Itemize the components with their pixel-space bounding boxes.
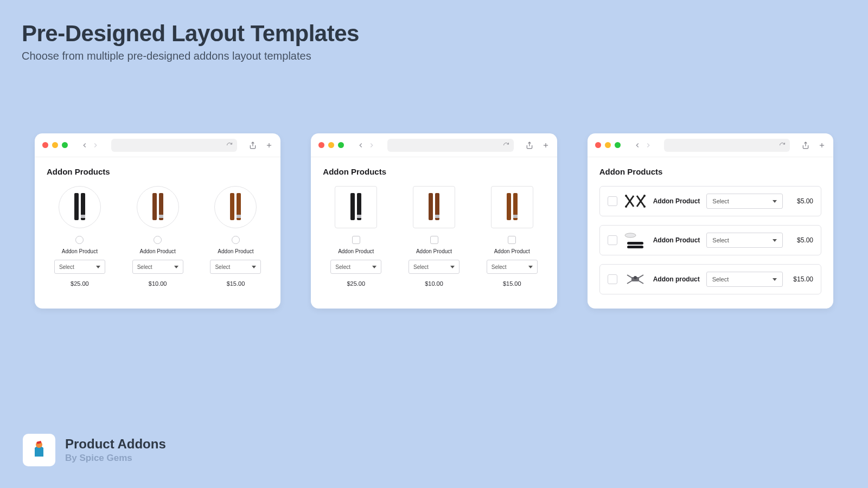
svg-rect-18 [429,193,433,220]
svg-point-31 [625,195,627,197]
maximize-dot-icon[interactable] [338,142,344,148]
addon-price: $10.00 [425,280,443,287]
close-dot-icon[interactable] [595,142,601,148]
svg-rect-15 [350,193,355,220]
svg-line-40 [638,275,643,278]
product-thumb[interactable] [214,186,257,228]
window-dots [42,142,68,148]
minimize-dot-icon[interactable] [605,142,611,148]
addon-label: Addon Product [653,197,700,205]
minimize-dot-icon[interactable] [328,142,334,148]
svg-rect-23 [513,215,518,218]
reload-icon[interactable] [503,142,509,149]
addon-item: Addon Product Select $10.00 [401,186,467,287]
back-icon[interactable] [357,142,365,149]
window-dots [318,142,344,148]
app-icon [23,434,55,466]
variant-select[interactable]: Select [487,260,538,274]
addon-grid: Addon Product Select $25.00 Addon Produc… [47,186,269,287]
addon-item: Addon Product Select $15.00 [479,186,545,287]
plus-icon[interactable] [542,142,550,149]
back-icon[interactable] [634,142,641,149]
section-heading: Addon Products [323,167,545,176]
checkbox[interactable] [608,235,617,245]
plus-icon[interactable] [818,142,826,149]
chevron-down-icon [450,266,455,268]
forward-icon[interactable] [368,142,375,149]
svg-point-33 [625,206,627,208]
product-thumb[interactable] [335,186,377,228]
chevron-down-icon [773,278,777,281]
radio[interactable] [154,236,162,244]
forward-icon[interactable] [644,142,652,149]
close-dot-icon[interactable] [42,142,48,148]
browser-chrome [311,133,557,157]
maximize-dot-icon[interactable] [615,142,621,148]
checkbox[interactable] [352,236,360,244]
address-bar[interactable] [111,139,237,152]
variant-select[interactable]: Select [409,260,459,274]
page-title: Pre-Designed Layout Templates [22,21,359,47]
address-bar[interactable] [664,139,790,152]
radio[interactable] [75,236,84,244]
template-window-2: Addon Products Addon Product Select $25.… [311,133,557,309]
template-window-3: Addon Products Addon Product Select $5.0… [588,133,833,309]
window-content: Addon Products Addon Product Select $25.… [311,157,557,301]
svg-line-41 [627,280,633,284]
variant-select[interactable]: Select [330,260,381,274]
checkbox[interactable] [430,236,438,244]
chrome-actions [526,142,550,149]
radio[interactable] [232,236,240,244]
share-icon[interactable] [526,142,533,149]
svg-rect-6 [152,193,157,220]
address-bar[interactable] [387,139,513,152]
product-thumb[interactable] [413,186,455,228]
share-icon[interactable] [802,142,809,149]
chevron-down-icon [174,266,178,268]
nav-arrows [634,142,652,149]
addon-price: $15.00 [227,280,245,287]
checkbox[interactable] [508,236,516,244]
close-dot-icon[interactable] [318,142,324,148]
browser-chrome [588,133,833,157]
variant-select[interactable]: Select [706,233,783,248]
variant-select[interactable]: Select [706,272,783,287]
reload-icon[interactable] [226,142,233,149]
variant-select[interactable]: Select [706,194,783,209]
product-thumb[interactable] [137,186,179,228]
addon-label: Addon Product [338,248,374,254]
browser-chrome [35,133,280,157]
checkbox[interactable] [608,274,617,284]
addon-price: $10.00 [149,280,167,287]
product-thumb[interactable] [59,186,101,228]
addon-grid: Addon Product Select $25.00 Addon Produc… [323,186,545,287]
product-thumb[interactable] [624,270,647,288]
share-icon[interactable] [249,142,257,149]
chevron-down-icon [528,266,533,268]
reload-icon[interactable] [779,142,786,149]
product-thumb[interactable] [624,231,647,249]
chevron-down-icon [372,266,376,268]
addon-label: Addon Product [62,248,98,254]
forward-icon[interactable] [92,142,99,149]
template-window-1: Addon Products Addon Product Select $25.… [35,133,280,309]
addon-label: Addon Product [140,248,176,254]
svg-rect-11 [237,215,241,218]
product-thumb[interactable] [491,186,533,228]
addon-label: Addon Product [494,248,530,254]
checkbox[interactable] [608,196,617,206]
svg-point-32 [643,195,646,197]
variant-select[interactable]: Select [54,260,105,274]
addon-label: Addon product [653,275,700,283]
back-icon[interactable] [81,142,88,149]
variant-select[interactable]: Select [210,260,261,274]
addon-label: Addon Product [218,248,253,254]
chevron-down-icon [773,200,777,203]
addon-row: Addon Product Select $5.00 [599,186,821,216]
addon-item: Addon Product Select $15.00 [203,186,269,287]
variant-select[interactable]: Select [132,260,183,274]
maximize-dot-icon[interactable] [62,142,68,148]
plus-icon[interactable] [265,142,273,149]
product-thumb[interactable] [624,192,647,210]
minimize-dot-icon[interactable] [52,142,58,148]
